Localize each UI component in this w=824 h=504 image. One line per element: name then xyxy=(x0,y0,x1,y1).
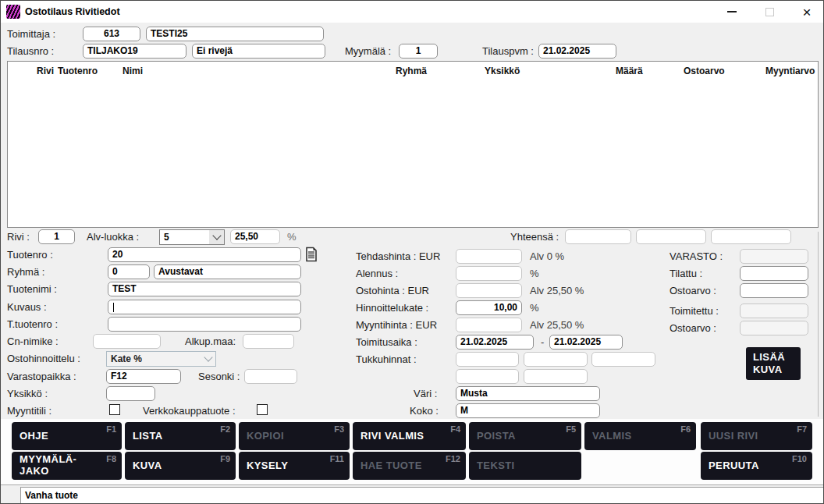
sesonki-field[interactable] xyxy=(244,369,297,384)
toimittaja-name-field[interactable]: TESTI25 xyxy=(146,27,324,41)
sesonki-label: Sesonki : xyxy=(198,371,240,382)
tuotenro-label: Tuotenro : xyxy=(7,249,53,261)
kysely-button[interactable]: KYSELYF11 xyxy=(239,452,350,480)
myymala-label: Myymälä : xyxy=(345,45,391,57)
lisaa-kuva-button[interactable]: LISÄÄ KUVA xyxy=(746,347,801,380)
ostohinta-label: Ostohinta : EUR xyxy=(356,285,429,296)
window-title: Ostotilaus Rivitiedot xyxy=(25,6,120,17)
tuotenimi-field[interactable]: TEST xyxy=(108,282,301,296)
tilattu-field[interactable] xyxy=(740,266,808,281)
col-rivi: Rivi xyxy=(37,66,54,76)
tuotenro-field[interactable]: 20 xyxy=(108,247,301,262)
button-bar: OHJEF1 LISTAF2 KOPIOIF3 RIVI VALMISF4 PO… xyxy=(1,419,824,484)
minimize-button[interactable] xyxy=(719,1,745,23)
myymalajako-button[interactable]: MYYMÄLÄ- JAKOF8 xyxy=(12,452,122,480)
rivi-field[interactable]: 1 xyxy=(38,229,75,244)
tukkuhinta-field-1[interactable] xyxy=(456,352,519,367)
product-notes-icon[interactable] xyxy=(305,247,318,262)
toimittaja-label: Toimittaja : xyxy=(7,28,55,40)
tehdashinta-label: Tehdashinta : EUR xyxy=(356,250,440,262)
alv-luokka-select[interactable]: 5 xyxy=(159,229,225,245)
close-icon: × xyxy=(802,5,811,20)
cn-nimike-field[interactable] xyxy=(93,334,161,349)
lista-button[interactable]: LISTAF2 xyxy=(125,422,236,450)
rivi-valmis-button[interactable]: RIVI VALMISF4 xyxy=(353,422,466,450)
tukkuhinta-field-5[interactable] xyxy=(524,369,588,384)
koko-field[interactable]: M xyxy=(456,403,600,418)
koko-label: Koko : xyxy=(410,405,439,417)
col-yksikko: Yksikkö xyxy=(485,66,520,76)
tuotenimi-label: Tuotenimi : xyxy=(7,283,57,295)
toimittaja-code-field[interactable]: 613 xyxy=(83,27,140,41)
ostohinta-field[interactable] xyxy=(456,283,522,298)
panel-divider xyxy=(818,232,819,417)
alkup-maa-label: Alkup.maa: xyxy=(185,335,236,347)
poista-button: POISTAF5 xyxy=(469,422,581,450)
alennus-field[interactable] xyxy=(456,266,522,281)
app-icon xyxy=(6,5,20,19)
ostoarvo2-field xyxy=(740,321,808,335)
yksikko-label: Yksikkö : xyxy=(7,388,48,399)
myyntitili-checkbox[interactable] xyxy=(109,404,120,415)
tilausnro-field[interactable]: TILJAKO19 xyxy=(83,44,186,59)
tilausnro-info-field: Ei rivejä xyxy=(192,44,325,59)
tukkuhinta-field-4[interactable] xyxy=(456,369,519,384)
myyntihinta-field[interactable] xyxy=(456,318,522,332)
toimitusaika-to-field[interactable]: 21.02.2025 xyxy=(549,335,623,350)
myyntihinta-alv: Alv 25,50 % xyxy=(530,319,584,331)
chevron-down-icon[interactable] xyxy=(209,230,224,244)
maximize-button xyxy=(756,1,783,23)
t-tuotenro-field[interactable] xyxy=(108,317,301,332)
alv-percent-suffix: % xyxy=(287,231,297,243)
order-rows-table[interactable]: Rivi Tuotenro Nimi Ryhmä Yksikkö Määrä O… xyxy=(7,61,819,228)
tehdashinta-field[interactable] xyxy=(456,249,522,264)
ostohinnoittelu-label: Ostohinnoittelu : xyxy=(7,353,80,364)
hae-tuote-button: HAE TUOTEF12 xyxy=(353,452,466,480)
valmis-button: VALMISF6 xyxy=(584,422,696,450)
vari-field[interactable]: Musta xyxy=(456,386,600,401)
varasto-field xyxy=(740,249,808,264)
toimitettu-field xyxy=(740,303,808,318)
toimitusaika-from-field[interactable]: 21.02.2025 xyxy=(456,335,534,350)
yhteensa-field-2 xyxy=(636,229,706,244)
maximize-icon xyxy=(765,8,774,16)
tukkuhinnat-label: Tukkuhinnat : xyxy=(356,353,417,365)
hinnoittelukate-suffix: % xyxy=(530,302,539,314)
hinnoittelukate-label: Hinnoittelukate : xyxy=(356,302,428,314)
myymala-field[interactable]: 1 xyxy=(399,44,438,59)
status-text: Vanha tuote xyxy=(20,487,824,504)
verkkokauppatuote-checkbox[interactable] xyxy=(257,404,268,415)
varastopaikka-label: Varastopaikka : xyxy=(7,371,76,382)
col-ostoarvo: Ostoarvo xyxy=(684,66,725,76)
tilattu-label: Tilattu : xyxy=(670,268,702,279)
ostoarvo1-field[interactable] xyxy=(740,283,808,298)
ryhma-name-field: Avustavat xyxy=(154,264,301,279)
myyntihinta-label: Myyntihinta : EUR xyxy=(356,319,437,331)
tukkuhinta-field-2[interactable] xyxy=(524,352,588,367)
myyntitili-label: Myyntitili : xyxy=(7,405,52,417)
teksti-button: TEKSTI xyxy=(469,452,581,480)
alv-percent-field: 25,50 xyxy=(230,229,280,244)
yksikko-field[interactable] xyxy=(106,386,155,401)
yhteensa-label: Yhteensä : xyxy=(510,231,559,243)
yhteensa-field-3 xyxy=(711,229,791,244)
tukkuhinta-field-3[interactable] xyxy=(591,352,655,367)
tilauspvm-field[interactable]: 21.02.2025 xyxy=(538,44,616,59)
ryhma-code-field[interactable]: 0 xyxy=(108,264,150,279)
minimize-icon xyxy=(727,11,737,12)
t-tuotenro-label: T.tuotenro : xyxy=(7,318,58,330)
ohje-button[interactable]: OHJEF1 xyxy=(12,422,122,450)
kuvaus-field[interactable] xyxy=(108,300,301,314)
kuva-button[interactable]: KUVAF9 xyxy=(125,452,236,480)
hinnoittelukate-field[interactable]: 10,00 xyxy=(456,300,522,315)
toimitusaika-label: Toimitusaika : xyxy=(356,336,417,348)
app-window: Ostotilaus Rivitiedot × Toimittaja : 613… xyxy=(0,0,824,504)
varastopaikka-field[interactable]: F12 xyxy=(106,369,181,384)
close-button[interactable]: × xyxy=(794,1,820,23)
yhteensa-field-1 xyxy=(565,229,631,244)
ryhma-label: Ryhmä : xyxy=(7,266,44,278)
tehdashinta-alv: Alv 0 % xyxy=(530,250,564,262)
peruuta-button[interactable]: PERUUTAF10 xyxy=(701,452,812,480)
col-maara: Määrä xyxy=(616,66,643,76)
alkup-maa-field[interactable] xyxy=(243,334,294,349)
